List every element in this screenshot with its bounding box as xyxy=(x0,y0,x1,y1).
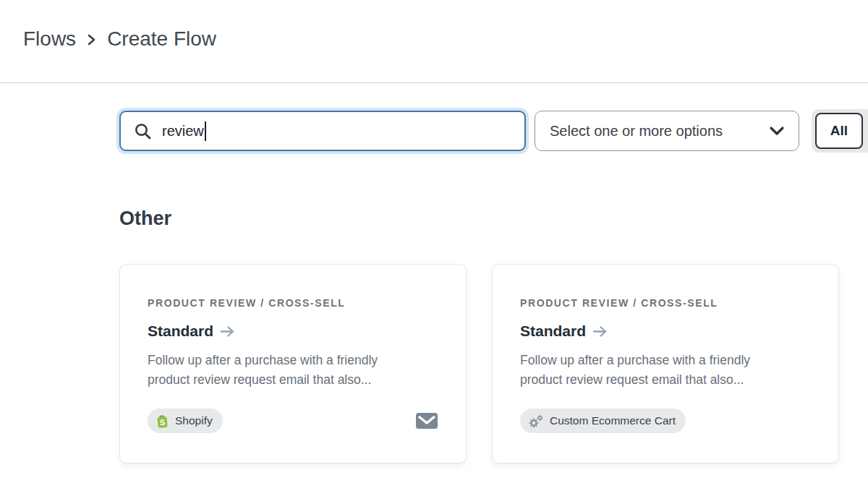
options-dropdown[interactable]: Select one or more options xyxy=(535,111,799,151)
integration-badge-label: Shopify xyxy=(175,414,213,427)
integration-badge-label: Custom Ecommerce Cart xyxy=(550,414,676,427)
svg-text:S: S xyxy=(159,417,165,427)
email-icon xyxy=(415,412,438,429)
card-title-row: Standard xyxy=(148,322,438,341)
card-title: Standard xyxy=(148,322,213,341)
chevron-down-icon xyxy=(769,126,785,136)
card-footer: S Shopify xyxy=(148,409,438,433)
integration-badge-shopify: S Shopify xyxy=(148,409,223,433)
card-footer: Custom Ecommerce Cart xyxy=(520,409,811,433)
card-description-line1: Follow up after a purchase with a friend… xyxy=(148,351,438,370)
card-description-line2: product review request email that also..… xyxy=(148,370,438,390)
card-description-line1: Follow up after a purchase with a friend… xyxy=(520,351,811,370)
all-filter-button[interactable]: All xyxy=(815,113,863,149)
gears-icon xyxy=(528,414,544,428)
channel-icons xyxy=(415,412,438,429)
card-description: Follow up after a purchase with a friend… xyxy=(148,351,438,390)
integration-badge-custom-ecommerce: Custom Ecommerce Cart xyxy=(520,409,686,433)
breadcrumb-create-flow: Create Flow xyxy=(107,27,216,51)
card-title-row: Standard xyxy=(520,322,811,341)
flow-card-shopify[interactable]: PRODUCT REVIEW / CROSS-SELL Standard Fol… xyxy=(119,264,467,463)
card-category: PRODUCT REVIEW / CROSS-SELL xyxy=(148,297,438,309)
section-title-other: Other xyxy=(119,208,171,230)
arrow-right-icon xyxy=(220,325,236,338)
filter-row: review Select one or more options All xyxy=(119,109,868,153)
chevron-right-icon xyxy=(88,33,95,46)
card-description-line2: product review request email that also..… xyxy=(520,370,811,390)
search-input-value: review xyxy=(162,123,204,140)
card-title: Standard xyxy=(520,322,586,341)
text-cursor xyxy=(205,121,206,141)
breadcrumb-flows[interactable]: Flows xyxy=(23,27,76,51)
search-icon xyxy=(133,121,153,141)
view-toggle-group: All xyxy=(812,109,868,153)
page-header: Flows Create Flow xyxy=(0,0,868,83)
arrow-right-icon xyxy=(592,325,608,338)
flow-template-cards: PRODUCT REVIEW / CROSS-SELL Standard Fol… xyxy=(119,264,839,463)
breadcrumb: Flows Create Flow xyxy=(23,27,216,51)
options-dropdown-label: Select one or more options xyxy=(550,123,723,140)
flow-card-custom-ecommerce[interactable]: PRODUCT REVIEW / CROSS-SELL Standard Fol… xyxy=(492,264,839,463)
card-description: Follow up after a purchase with a friend… xyxy=(520,351,811,390)
card-category: PRODUCT REVIEW / CROSS-SELL xyxy=(520,297,811,309)
shopify-bag-icon: S xyxy=(156,414,169,429)
search-input[interactable]: review xyxy=(119,111,526,151)
